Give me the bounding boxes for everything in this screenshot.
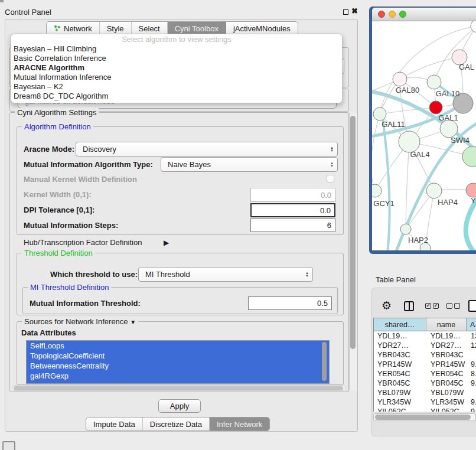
network-window-titlebar[interactable]	[372, 8, 476, 21]
minimize-traffic-light-icon[interactable]	[389, 11, 396, 18]
node-selected-red[interactable]	[429, 101, 442, 114]
settings-scrollbar-thumb[interactable]	[350, 116, 356, 349]
attr-list-scrollbar-thumb[interactable]	[322, 342, 327, 381]
column-divider	[409, 302, 410, 310]
attr-item-selfloops[interactable]: SelfLoops	[27, 341, 329, 351]
which-threshold-combo[interactable]: MI Threshold ▲▼	[138, 267, 313, 282]
dpi-tolerance-label: DPI Tolerance [0,1]:	[24, 203, 94, 217]
cell-name: YPR145W	[427, 360, 467, 369]
collapse-arrow-icon[interactable]: ▼	[130, 319, 136, 325]
manual-kernel-checkbox[interactable]	[327, 175, 334, 182]
popup-item-bayesian-hill[interactable]: Bayesian – Hill Climbing	[11, 44, 342, 54]
zoom-traffic-light-icon[interactable]	[399, 11, 406, 18]
tab-cyni-toolbox[interactable]: Cyni Toolbox	[168, 22, 226, 35]
node-hap4[interactable]	[426, 183, 442, 198]
data-attributes-list[interactable]: SelfLoops TopologicalCoefficient Between…	[26, 340, 330, 384]
tab-jactivemnodules[interactable]: jActiveMNodules	[226, 22, 298, 35]
table-row[interactable]: YBR043CYBR043C	[374, 350, 476, 360]
mi-type-combo[interactable]: Naive Bayes ▲▼	[161, 157, 338, 172]
popup-item-aracne[interactable]: ARACNE Algorithm	[11, 63, 342, 73]
table-row[interactable]: YLR345WYLR345W9.	[374, 397, 476, 407]
table-body[interactable]: YDL19…YDL19…13 YDR27…YDR27…12 YBR043CYBR…	[373, 331, 476, 412]
table-row[interactable]: YIL052CYIL052C9.	[374, 407, 476, 412]
which-threshold-label: Which threshold to use:	[50, 267, 138, 282]
table-row[interactable]: YER054CYER054C8.	[374, 369, 476, 379]
expand-arrow-icon[interactable]: ▶	[164, 237, 169, 248]
cell-shared: YBR043C	[374, 350, 427, 360]
cell-value: 9.	[467, 397, 476, 407]
float-window-icon[interactable]	[343, 9, 348, 15]
close-icon[interactable]: ✖	[351, 6, 358, 15]
node-gal10[interactable]	[427, 75, 441, 89]
mi-steps-field[interactable]: 6	[250, 219, 335, 232]
popup-item-mutual-information[interactable]: Mutual Information Inference	[11, 73, 342, 82]
node-gal1[interactable]	[440, 120, 458, 138]
bottom-left-widget[interactable]	[2, 441, 15, 450]
cell-shared: YDR27…	[374, 341, 427, 350]
table-row[interactable]: YPR145WYPR145W9.	[374, 360, 476, 369]
aracne-mode-combo[interactable]: Discovery ▲▼	[76, 142, 338, 156]
document-icon[interactable]	[468, 300, 476, 312]
node-gal11[interactable]	[373, 107, 386, 120]
tab-label: Style	[107, 24, 124, 33]
node-gcy1[interactable]	[372, 184, 382, 197]
popup-item-bayesian-k2[interactable]: Bayesian – K2	[11, 82, 342, 92]
popup-item-dream8[interactable]: Dream8 DC_TDC Algorithm	[11, 92, 342, 101]
tab-label: Infer Network	[217, 420, 262, 429]
node-gal4[interactable]	[399, 131, 420, 152]
popup-item-basic-correlation[interactable]: Basic Correlation Inference	[11, 54, 342, 63]
network-canvas[interactable]: GAL GAL80 GAL10 GAL1 GAL11 SWI4 GAL4 GCY…	[372, 21, 476, 250]
table-row[interactable]: YDL19…YDL19…13	[374, 331, 476, 341]
cell-name: YIL052C	[427, 407, 467, 412]
tab-discretize-data[interactable]: Discretize Data	[143, 418, 210, 431]
mi-type-label: Mutual Information Algorithm Type:	[24, 157, 153, 172]
settings-hscrollbar-thumb[interactable]	[14, 386, 343, 390]
algorithm-definition-title: Algorithm Definition	[22, 122, 93, 131]
table-hscrollbar-thumb[interactable]	[375, 415, 471, 420]
select-all-checks-icon[interactable]: ✓✓	[425, 303, 439, 309]
node-gal80[interactable]	[393, 72, 407, 86]
node-swi4[interactable]	[462, 146, 476, 167]
tab-infer-network[interactable]: Infer Network	[210, 418, 269, 431]
node-hap2[interactable]	[400, 224, 411, 234]
table-row[interactable]: YBL079WYBL079W	[374, 388, 476, 397]
node-label-y-clipped: Y	[471, 196, 476, 205]
cell-name: YLR345W	[427, 397, 467, 407]
apply-button[interactable]: Apply	[158, 399, 201, 413]
kernel-width-field[interactable]: 0.0	[250, 188, 335, 202]
cell-value: 8.	[467, 369, 476, 379]
cell-value: 13	[467, 331, 476, 341]
attr-item-topologicalcoefficient[interactable]: TopologicalCoefficient	[27, 351, 329, 361]
table-row[interactable]: YDR27…YDR27…12	[374, 341, 476, 350]
tab-impute-data[interactable]: Impute Data	[86, 418, 143, 431]
cell-shared: YBR045C	[374, 379, 427, 388]
tab-style[interactable]: Style	[100, 22, 132, 35]
cell-shared: YLR345W	[374, 397, 427, 407]
cell-value	[467, 350, 476, 360]
node-label-gal-clipped: GAL	[459, 63, 474, 71]
cell-shared: YDL19…	[374, 331, 427, 341]
gear-icon[interactable]: ⚙	[382, 299, 392, 312]
dpi-tolerance-field[interactable]: 0.0	[250, 203, 335, 217]
attr-item-gal4rgexp[interactable]: gal4RGexp	[27, 371, 329, 381]
tab-network[interactable]: Network	[47, 22, 100, 35]
tab-select[interactable]: Select	[132, 22, 168, 35]
node-pink[interactable]	[466, 183, 476, 197]
combo-stepper-icon: ▲▼	[330, 162, 334, 168]
col-header-shared[interactable]: shared…	[373, 318, 426, 331]
col-header-clipped[interactable]: A…	[467, 318, 476, 331]
kernel-width-label: Kernel Width (0,1):	[24, 188, 92, 202]
aracne-mode-label: Aracne Mode:	[24, 142, 74, 156]
cell-shared: YIL052C	[374, 407, 427, 412]
clear-all-checks-icon[interactable]	[446, 303, 460, 309]
node-label-gal80: GAL80	[396, 86, 419, 94]
close-traffic-light-icon[interactable]	[378, 11, 385, 18]
cell-name: YER054C	[427, 369, 467, 379]
node-label-hap4: HAP4	[438, 198, 458, 207]
col-header-name[interactable]: name	[426, 318, 467, 331]
column-layout-icon[interactable]	[404, 301, 414, 311]
attr-item-betweennesscentrality[interactable]: BetweennessCentrality	[27, 361, 329, 371]
table-row[interactable]: YBR045CYBR045C9.	[374, 379, 476, 388]
mi-threshold-field[interactable]: 0.5	[248, 296, 332, 310]
cell-value: 9.	[467, 407, 476, 412]
